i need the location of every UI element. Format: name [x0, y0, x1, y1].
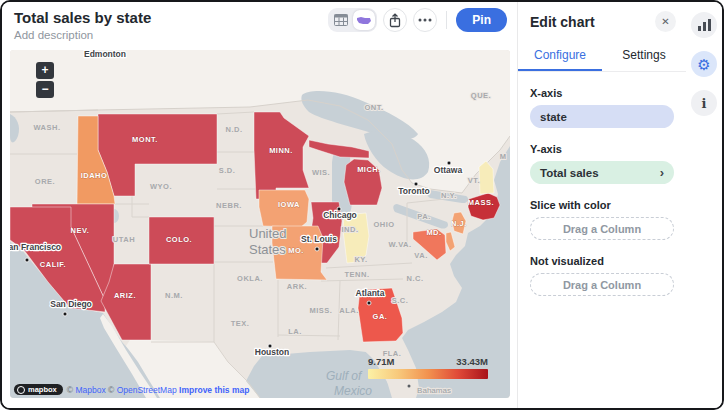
map-label: CALIF.: [40, 260, 66, 269]
app-window: Total sales by state Add description: [0, 0, 724, 410]
not-visualized-dropzone[interactable]: Drag a Column: [530, 273, 674, 296]
y-axis-field-pill[interactable]: Total sales ›: [530, 161, 674, 184]
map-canvas[interactable]: MONT.IDAHOMINN.MICH.IOWAMO.NEV.CALIF.ARI…: [10, 50, 510, 398]
map-label: MINN.: [269, 146, 293, 155]
card-header: Total sales by state Add description: [2, 2, 517, 48]
map-label: IDAHO: [81, 171, 108, 180]
map-label: United: [249, 226, 287, 241]
map-label: VA.: [414, 251, 427, 260]
zoom-out-button[interactable]: −: [36, 81, 54, 98]
map-label: S.D.: [219, 166, 236, 175]
x-axis-field-pill[interactable]: state: [530, 105, 674, 128]
map-label: N.J.: [451, 219, 467, 228]
map-label: Gulf of: [326, 369, 363, 383]
map-label: MONT.: [132, 135, 158, 144]
ellipsis-icon: [418, 18, 432, 22]
map-label: KY.: [354, 255, 367, 264]
map-label: VT.: [468, 176, 480, 185]
edit-chart-panel: Edit chart ✕ Configure Settings X-axis s…: [517, 2, 686, 408]
map-label: ARIZ.: [114, 291, 136, 300]
map-label: OKLA.: [237, 274, 263, 283]
slice-color-dropzone[interactable]: Drag a Column: [530, 217, 674, 240]
map-label: Ottawa: [434, 165, 463, 175]
city-dot: [25, 258, 29, 262]
not-visualized-label: Not visualized: [530, 255, 674, 267]
map-label: TEX.: [231, 319, 250, 328]
mapbox-logo-label: mapbox: [28, 385, 57, 394]
viz-toggle: [328, 8, 377, 32]
attribution-link[interactable]: OpenStreetMap: [117, 385, 177, 395]
chevron-right-icon: ›: [660, 165, 664, 180]
card-toolbar: Pin: [328, 8, 507, 32]
map-label: WYO.: [150, 182, 172, 191]
map-label: MD.: [426, 228, 441, 237]
question-card: Total sales by state Add description: [2, 2, 517, 408]
map-label: OHIO: [373, 220, 394, 229]
map-label: Houston: [255, 347, 289, 357]
attribution-link[interactable]: Mapbox: [75, 385, 105, 395]
map-label: ARK.: [287, 282, 307, 291]
x-axis-label: X-axis: [530, 87, 674, 99]
map-label: N.D.: [226, 125, 243, 134]
map-label: ORE.: [35, 177, 55, 186]
map-label: NEBR.: [216, 201, 242, 210]
panel-title: Edit chart: [530, 14, 595, 30]
mapbox-logo-circle: [17, 386, 25, 394]
slice-with-color-label: Slice with color: [530, 199, 674, 211]
map-label: COLO.: [166, 235, 192, 244]
map-attribution: mapbox © Mapbox © OpenStreetMap Improve …: [14, 384, 249, 395]
map-label: States: [249, 242, 286, 257]
city-dot: [367, 301, 371, 305]
chart-type-button[interactable]: [691, 12, 717, 38]
map-label: N.C.: [407, 274, 424, 283]
gear-icon: ⚙: [697, 57, 710, 72]
info-icon: i: [702, 97, 707, 110]
tab-settings[interactable]: Settings: [602, 40, 686, 71]
city-dot: [315, 247, 319, 251]
close-panel-button[interactable]: ✕: [655, 11, 676, 32]
map-label: NEV.: [71, 226, 90, 235]
map-label: N.M.: [165, 291, 183, 300]
map-label: LA.: [288, 327, 302, 336]
map-label: WASH.: [33, 123, 60, 132]
map-label: St. Louis: [301, 234, 337, 244]
map-label: San Francisco: [10, 242, 61, 252]
attribution-link[interactable]: Improve this map: [179, 385, 249, 395]
pin-button[interactable]: Pin: [456, 8, 507, 32]
map-label: MISS.: [310, 306, 333, 315]
map-label: Edmonton: [84, 50, 126, 59]
tab-configure[interactable]: Configure: [518, 40, 602, 71]
island-dot: [408, 385, 411, 388]
legend-gradient: [368, 369, 488, 379]
map-label: Bahamas: [417, 386, 451, 395]
map-view-button[interactable]: [353, 10, 375, 30]
map-label: UTAH: [113, 235, 135, 244]
map-label: MICH.: [357, 165, 381, 174]
more-button[interactable]: [413, 8, 437, 32]
map-zoom-controls: + −: [36, 62, 54, 98]
add-description-placeholder[interactable]: Add description: [14, 29, 93, 41]
map-label: Atlanta: [356, 288, 385, 298]
share-icon: [388, 13, 402, 28]
map-attribution-text: © Mapbox © OpenStreetMap Improve this ma…: [67, 385, 250, 395]
map-label: ALA.: [339, 306, 359, 315]
share-button[interactable]: [383, 8, 407, 32]
map-label: IND.: [342, 225, 359, 234]
panel-tabs: Configure Settings: [518, 40, 686, 72]
table-grid-icon: [334, 14, 348, 26]
bar-chart-icon: [698, 19, 711, 31]
map-label: Toronto: [398, 186, 429, 196]
page-title: Total sales by state: [14, 9, 151, 26]
x-axis-field-value: state: [540, 111, 567, 123]
map-label: MO.: [288, 246, 304, 255]
map-legend: 9.71M 33.43M: [368, 356, 488, 379]
y-axis-label: Y-axis: [530, 143, 674, 155]
settings-gear-button[interactable]: ⚙: [691, 51, 717, 77]
city-dot: [63, 312, 67, 316]
map-label: IOWA: [278, 200, 300, 209]
table-view-button[interactable]: [330, 10, 352, 30]
zoom-in-button[interactable]: +: [36, 62, 54, 79]
mapbox-logo[interactable]: mapbox: [14, 384, 63, 395]
info-button[interactable]: i: [691, 90, 717, 116]
map-label: WIS.: [312, 168, 330, 177]
